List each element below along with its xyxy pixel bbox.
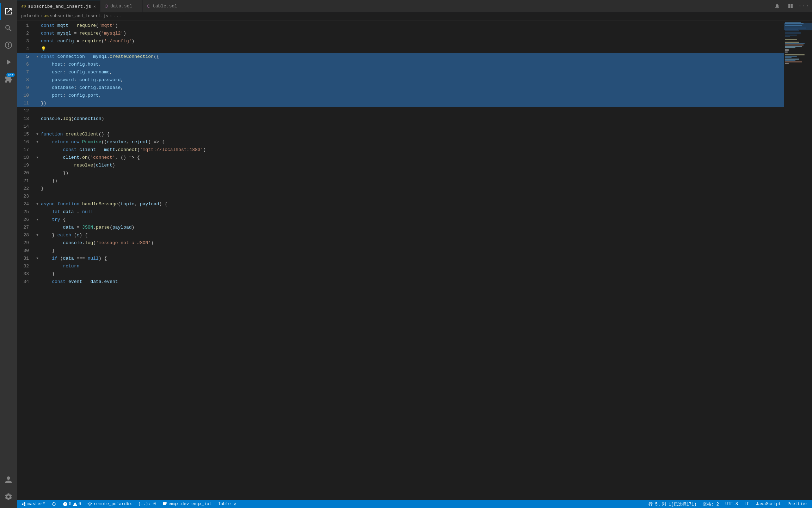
status-remote-item[interactable]: remote_polardbx — [86, 500, 133, 508]
line-content-1: const mqtt = require('mqtt') — [40, 22, 784, 30]
mini-line-29 — [785, 61, 802, 62]
mini-line-13 — [785, 39, 797, 40]
line-content-19: resolve(client) — [40, 162, 784, 169]
breadcrumb-sep-1: › — [40, 14, 43, 19]
line-num-15: 15 — [17, 131, 35, 138]
mini-line-9 — [785, 33, 801, 34]
tab-label-3: table.sql — [153, 4, 177, 9]
status-errors-item[interactable]: 0 0 — [61, 500, 82, 508]
mini-line-7 — [785, 30, 799, 31]
warning-icon — [73, 502, 78, 507]
status-sync-item[interactable] — [50, 500, 58, 508]
code-line-10: 10 port: config.port, — [17, 92, 784, 99]
line-content-11: }) — [40, 99, 784, 107]
breadcrumb-more[interactable]: ... — [113, 14, 121, 19]
activity-bar-git[interactable] — [0, 37, 17, 54]
code-line-15: 15 ▼ function createClient() { — [17, 131, 784, 138]
fold-24[interactable]: ▼ — [35, 200, 40, 208]
tab-sql-icon-2: ⬡ — [147, 4, 150, 8]
fold-15[interactable]: ▼ — [35, 131, 40, 138]
mini-line-3 — [785, 25, 802, 26]
status-table-close[interactable]: ✕ — [234, 502, 236, 507]
status-server-item[interactable]: emqx.dev emqx_iot — [161, 500, 213, 508]
status-table-item[interactable]: Table ✕ — [217, 500, 238, 508]
code-line-7: 7 user: config.username, — [17, 68, 784, 76]
status-spaces-item[interactable]: 空格: 2 — [701, 500, 720, 508]
line-num-12: 12 — [17, 107, 35, 115]
line-num-19: 19 — [17, 162, 35, 169]
mini-line-20 — [785, 49, 789, 50]
line-num-27: 27 — [17, 224, 35, 231]
line-content-16: return new Promise((resolve, reject) => … — [40, 138, 784, 146]
mini-line-30 — [785, 63, 789, 64]
status-language-text: JavaScript — [756, 502, 781, 507]
layout-button[interactable] — [785, 1, 796, 11]
fold-5[interactable]: ▼ — [35, 53, 40, 61]
activity-bar-extensions[interactable]: 3K+ — [0, 71, 17, 87]
activity-bar-account[interactable] — [0, 471, 17, 488]
breadcrumb-file[interactable]: JS subscribe_and_insert.js — [44, 14, 109, 19]
activity-bar-search[interactable] — [0, 20, 17, 37]
code-line-29: 29 console.log('message not a JSON') — [17, 239, 784, 247]
sync-icon — [51, 502, 56, 507]
status-errors-count: 0 — [69, 502, 71, 507]
status-branch-item[interactable]: master* — [20, 500, 47, 508]
fold-28[interactable]: ▼ — [35, 231, 40, 239]
code-line-27: 27 data = JSON.parse(payload) — [17, 224, 784, 231]
status-formatter-item[interactable]: Prettier — [786, 500, 809, 508]
breadcrumb-polardb[interactable]: polardb — [21, 14, 39, 19]
activity-bar-settings[interactable] — [0, 488, 17, 505]
mini-line-27 — [785, 59, 799, 60]
line-num-17: 17 — [17, 146, 35, 154]
status-line-ending-item[interactable]: LF — [743, 500, 751, 508]
activity-bar-explorer[interactable] — [0, 3, 17, 20]
code-line-16: 16 ▼ return new Promise((resolve, reject… — [17, 138, 784, 146]
mini-line-1 — [785, 22, 801, 23]
line-num-34: 34 — [17, 278, 35, 286]
code-line-9: 9 database: config.database, — [17, 84, 784, 92]
line-content-17: const client = mqtt.connect('mqtt://loca… — [40, 146, 784, 154]
tab-subscribe-and-insert[interactable]: JS subscribe_and_insert.js ✕ — [17, 0, 100, 12]
code-line-19: 19 resolve(client) — [17, 162, 784, 169]
mini-line-21 — [785, 50, 789, 51]
fold-26[interactable]: ▼ — [35, 216, 40, 224]
code-line-31: 31 ▼ if (data === null) { — [17, 255, 784, 262]
main-container: JS subscribe_and_insert.js ✕ ⬡ data.sql … — [17, 0, 812, 508]
code-line-24: 24 ▼ async function handleMessage(topic,… — [17, 200, 784, 208]
fold-31[interactable]: ▼ — [35, 255, 40, 262]
line-num-20: 20 — [17, 169, 35, 177]
tab-close-1[interactable]: ✕ — [93, 4, 96, 9]
tab-data-sql[interactable]: ⬡ data.sql — [100, 0, 143, 12]
activity-bar-run[interactable] — [0, 54, 17, 71]
code-line-22: 22 } — [17, 185, 784, 193]
line-num-4: 4 — [17, 45, 35, 53]
status-cursor-item[interactable]: 行 5，列 1(已选择171) — [647, 500, 698, 508]
status-language-item[interactable]: JavaScript — [754, 500, 782, 508]
code-line-8: 8 password: config.password, — [17, 76, 784, 84]
line-num-16: 16 — [17, 138, 35, 146]
more-button[interactable]: ··· — [799, 1, 809, 11]
line-num-29: 29 — [17, 239, 35, 247]
line-content-21: }) — [40, 177, 784, 185]
status-brackets-item[interactable]: {..}: 0 — [137, 500, 157, 508]
line-num-9: 9 — [17, 84, 35, 92]
status-line-ending-text: LF — [744, 502, 749, 507]
line-num-5: 5 — [17, 53, 35, 61]
line-num-7: 7 — [17, 68, 35, 76]
tab-table-sql[interactable]: ⬡ table.sql — [143, 0, 185, 12]
code-line-23: 23 — [17, 193, 784, 200]
line-content-33: } — [40, 270, 784, 278]
mini-line-5 — [785, 28, 806, 29]
fold-16[interactable]: ▼ — [35, 138, 40, 146]
status-encoding-item[interactable]: UTF-8 — [724, 500, 739, 508]
status-remote-text: remote_polardbx — [94, 502, 132, 507]
fold-18[interactable]: ▼ — [35, 154, 40, 162]
code-line-25: 25 let data = null — [17, 208, 784, 216]
line-num-33: 33 — [17, 270, 35, 278]
line-num-24: 24 — [17, 200, 35, 208]
line-content-5: const connection = mysql.createConnectio… — [40, 53, 784, 61]
notifications-button[interactable] — [772, 1, 782, 11]
code-editor[interactable]: 1 const mqtt = require('mqtt') 2 const m… — [17, 20, 784, 500]
line-num-23: 23 — [17, 193, 35, 200]
lightbulb-icon[interactable]: 💡 — [41, 47, 46, 52]
